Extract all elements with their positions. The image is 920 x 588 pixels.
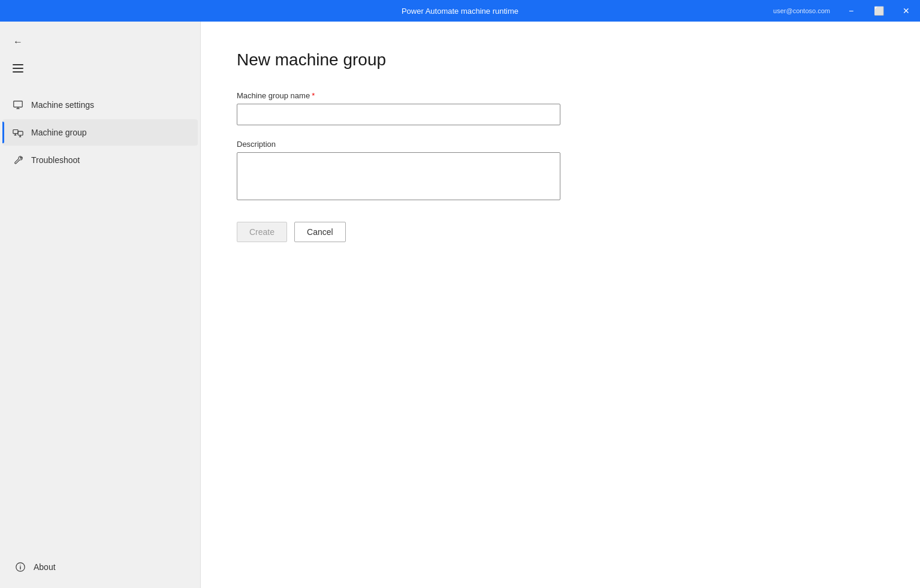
sidebar-item-machine-settings-label: Machine settings xyxy=(31,100,94,110)
main-content: New machine group Machine group name* De… xyxy=(201,22,920,588)
title-bar: Power Automate machine runtime user@cont… xyxy=(0,0,920,22)
sidebar-item-machine-group-label: Machine group xyxy=(31,128,87,137)
hamburger-button[interactable] xyxy=(7,58,29,79)
required-star: * xyxy=(312,91,315,100)
title-bar-title: Power Automate machine runtime xyxy=(402,7,518,16)
sidebar-bottom: About xyxy=(0,546,200,588)
sidebar-item-troubleshoot[interactable]: Troubleshoot xyxy=(2,147,198,173)
description-group: Description xyxy=(237,140,884,203)
machine-group-name-label: Machine group name* xyxy=(237,91,884,100)
svg-rect-3 xyxy=(13,130,18,134)
sidebar-item-about[interactable]: About xyxy=(5,554,195,580)
button-row: Create Cancel xyxy=(237,222,884,242)
sidebar-item-machine-group[interactable]: Machine group xyxy=(2,119,198,146)
description-input[interactable] xyxy=(237,152,560,200)
app-body: ← Machine setti xyxy=(0,22,920,588)
hamburger-icon xyxy=(13,64,23,73)
svg-point-11 xyxy=(20,565,20,565)
create-button[interactable]: Create xyxy=(237,222,287,242)
sidebar-item-machine-settings[interactable]: Machine settings xyxy=(2,92,198,118)
machine-group-name-group: Machine group name* xyxy=(237,91,884,125)
description-label: Description xyxy=(237,140,884,149)
cancel-button[interactable]: Cancel xyxy=(294,222,346,242)
sidebar-nav: Machine settings Machine group xyxy=(0,91,200,174)
back-button[interactable]: ← xyxy=(7,31,29,53)
title-bar-user: user@contoso.com xyxy=(773,7,830,14)
page-title: New machine group xyxy=(237,50,884,70)
sidebar-item-troubleshoot-label: Troubleshoot xyxy=(31,155,80,165)
close-button[interactable]: ✕ xyxy=(892,0,920,22)
wrench-icon xyxy=(12,154,24,166)
title-bar-controls: user@contoso.com − ⬜ ✕ xyxy=(773,0,920,22)
maximize-button[interactable]: ⬜ xyxy=(865,0,892,22)
back-arrow-icon: ← xyxy=(13,37,23,47)
svg-rect-4 xyxy=(18,131,23,135)
minimize-button[interactable]: − xyxy=(837,0,865,22)
sidebar-top: ← xyxy=(0,22,200,84)
sidebar: ← Machine setti xyxy=(0,22,201,588)
machine-group-name-input[interactable] xyxy=(237,104,560,125)
svg-rect-0 xyxy=(14,101,22,107)
sidebar-item-about-label: About xyxy=(34,562,56,572)
info-icon xyxy=(14,561,26,573)
machine-group-icon xyxy=(12,126,24,138)
monitor-icon xyxy=(12,99,24,111)
